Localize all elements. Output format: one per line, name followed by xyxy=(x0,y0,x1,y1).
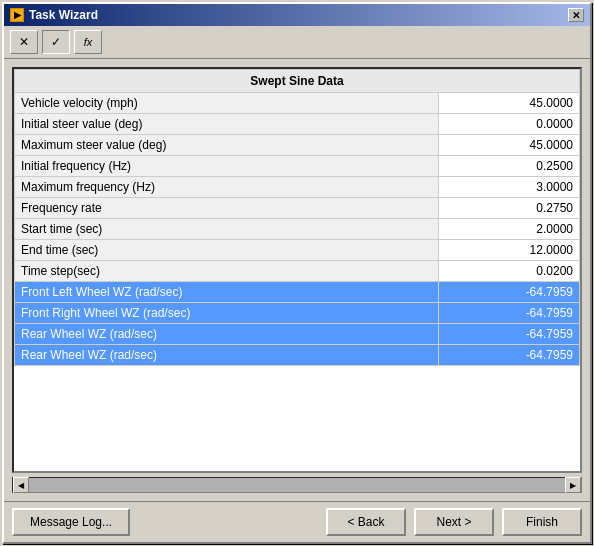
table-row[interactable]: Frequency rate0.2750 xyxy=(15,198,580,219)
table-row[interactable]: Maximum frequency (Hz)3.0000 xyxy=(15,177,580,198)
table-cell-label: Initial frequency (Hz) xyxy=(15,156,439,177)
main-window: ▶ Task Wizard ✕ ✕ ✓ fx Swept Sine Data V… xyxy=(2,2,592,544)
table-cell-value: -64.7959 xyxy=(439,345,580,366)
message-log-button[interactable]: Message Log... xyxy=(12,508,130,536)
table-row[interactable]: Initial frequency (Hz)0.2500 xyxy=(15,156,580,177)
scroll-right-btn[interactable]: ▶ xyxy=(565,477,581,493)
table-cell-label: Start time (sec) xyxy=(15,219,439,240)
table-cell-value: 3.0000 xyxy=(439,177,580,198)
table-cell-value: 0.0200 xyxy=(439,261,580,282)
back-button[interactable]: < Back xyxy=(326,508,406,536)
title-buttons: ✕ xyxy=(568,8,584,22)
table-cell-label: Maximum frequency (Hz) xyxy=(15,177,439,198)
table-cell-value: 0.0000 xyxy=(439,114,580,135)
table-row[interactable]: End time (sec)12.0000 xyxy=(15,240,580,261)
table-cell-value: -64.7959 xyxy=(439,324,580,345)
fx-toolbar-btn[interactable]: fx xyxy=(74,30,102,54)
table-row[interactable]: Front Left Wheel WZ (rad/sec)-64.7959 xyxy=(15,282,580,303)
table-cell-value: 45.0000 xyxy=(439,135,580,156)
table-cell-label: Time step(sec) xyxy=(15,261,439,282)
scroll-track[interactable] xyxy=(29,478,565,492)
table-row[interactable]: Rear Wheel WZ (rad/sec)-64.7959 xyxy=(15,345,580,366)
table-header: Swept Sine Data xyxy=(15,70,580,93)
table-cell-label: End time (sec) xyxy=(15,240,439,261)
content-area: Swept Sine Data Vehicle velocity (mph)45… xyxy=(4,59,590,501)
table-row[interactable]: Initial steer value (deg)0.0000 xyxy=(15,114,580,135)
table-cell-value: 12.0000 xyxy=(439,240,580,261)
toolbar: ✕ ✓ fx xyxy=(4,26,590,59)
horizontal-scrollbar[interactable]: ◀ ▶ xyxy=(12,477,582,493)
table-row[interactable]: Front Right Wheel WZ (rad/sec)-64.7959 xyxy=(15,303,580,324)
table-cell-label: Frequency rate xyxy=(15,198,439,219)
bottom-bar: Message Log... < Back Next > Finish xyxy=(4,501,590,542)
table-row[interactable]: Maximum steer value (deg)45.0000 xyxy=(15,135,580,156)
window-title: Task Wizard xyxy=(29,8,98,22)
table-row[interactable]: Rear Wheel WZ (rad/sec)-64.7959 xyxy=(15,324,580,345)
table-cell-label: Initial steer value (deg) xyxy=(15,114,439,135)
window-icon: ▶ xyxy=(10,8,24,22)
table-cell-label: Front Right Wheel WZ (rad/sec) xyxy=(15,303,439,324)
table-row[interactable]: Start time (sec)2.0000 xyxy=(15,219,580,240)
cancel-toolbar-btn[interactable]: ✕ xyxy=(10,30,38,54)
table-cell-value: 0.2500 xyxy=(439,156,580,177)
data-table: Swept Sine Data Vehicle velocity (mph)45… xyxy=(14,69,580,366)
table-row[interactable]: Vehicle velocity (mph)45.0000 xyxy=(15,93,580,114)
table-cell-value: 45.0000 xyxy=(439,93,580,114)
table-row[interactable]: Time step(sec)0.0200 xyxy=(15,261,580,282)
table-cell-label: Maximum steer value (deg) xyxy=(15,135,439,156)
next-button[interactable]: Next > xyxy=(414,508,494,536)
close-button[interactable]: ✕ xyxy=(568,8,584,22)
table-cell-label: Rear Wheel WZ (rad/sec) xyxy=(15,324,439,345)
finish-button[interactable]: Finish xyxy=(502,508,582,536)
title-bar-left: ▶ Task Wizard xyxy=(10,8,98,22)
table-cell-label: Front Left Wheel WZ (rad/sec) xyxy=(15,282,439,303)
confirm-toolbar-btn[interactable]: ✓ xyxy=(42,30,70,54)
table-cell-value: 0.2750 xyxy=(439,198,580,219)
table-cell-label: Rear Wheel WZ (rad/sec) xyxy=(15,345,439,366)
table-cell-label: Vehicle velocity (mph) xyxy=(15,93,439,114)
title-bar: ▶ Task Wizard ✕ xyxy=(4,4,590,26)
table-cell-value: -64.7959 xyxy=(439,282,580,303)
table-container[interactable]: Swept Sine Data Vehicle velocity (mph)45… xyxy=(12,67,582,473)
table-cell-value: -64.7959 xyxy=(439,303,580,324)
scroll-left-btn[interactable]: ◀ xyxy=(13,477,29,493)
table-cell-value: 2.0000 xyxy=(439,219,580,240)
